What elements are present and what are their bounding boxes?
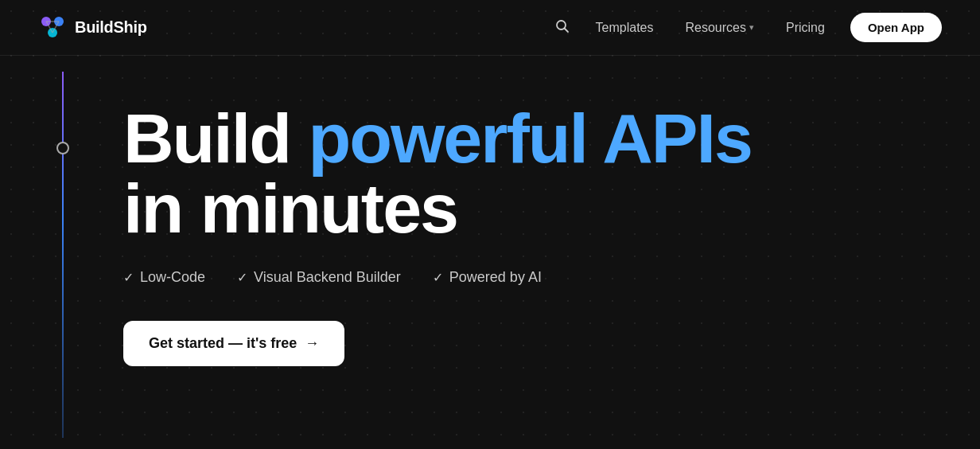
nav-link-pricing[interactable]: Pricing xyxy=(773,14,838,41)
cta-label: Get started — it's free xyxy=(149,335,297,352)
feature-label-3: Powered by AI xyxy=(449,269,542,286)
hero-heading-white-2: in minutes xyxy=(123,169,457,248)
buildship-logo-icon xyxy=(38,14,67,42)
nav-link-resources[interactable]: Resources ▾ xyxy=(673,14,767,41)
hero-heading-white-1: Build xyxy=(123,99,308,178)
feature-item-low-code: ✓ Low-Code xyxy=(123,269,205,286)
nav-link-templates[interactable]: Templates xyxy=(583,14,667,41)
feature-label-2: Visual Backend Builder xyxy=(254,269,401,286)
checkmark-icon-2: ✓ xyxy=(237,270,247,285)
navbar: BuildShip Templates Resources ▾ Pricing … xyxy=(0,0,980,56)
hero-heading: Build powerful APIs in minutes xyxy=(123,103,980,244)
features-row: ✓ Low-Code ✓ Visual Backend Builder ✓ Po… xyxy=(123,269,980,286)
checkmark-icon-3: ✓ xyxy=(433,270,443,285)
navbar-logo-group: BuildShip xyxy=(38,14,147,42)
search-icon[interactable] xyxy=(548,12,577,44)
open-app-button[interactable]: Open App xyxy=(850,13,942,42)
feature-item-visual-backend: ✓ Visual Backend Builder xyxy=(237,269,401,286)
arrow-right-icon: → xyxy=(305,335,319,352)
svg-line-7 xyxy=(564,28,568,32)
brand-name: BuildShip xyxy=(75,18,147,37)
feature-label-1: Low-Code xyxy=(140,269,205,286)
checkmark-icon-1: ✓ xyxy=(123,270,134,285)
chevron-down-icon: ▾ xyxy=(749,22,754,33)
hero-section: Build powerful APIs in minutes ✓ Low-Cod… xyxy=(0,56,980,366)
navbar-links-group: Templates Resources ▾ Pricing Open App xyxy=(548,12,942,44)
feature-item-powered-by-ai: ✓ Powered by AI xyxy=(433,269,542,286)
cta-get-started-button[interactable]: Get started — it's free → xyxy=(123,321,344,366)
hero-heading-blue: powerful APIs xyxy=(308,99,751,178)
